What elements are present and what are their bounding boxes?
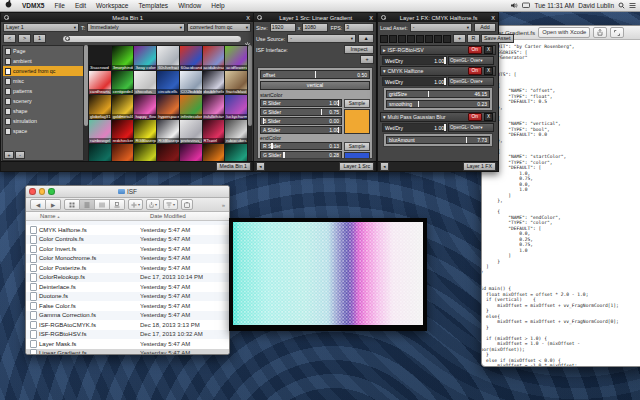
page-back-button[interactable]: < — [3, 34, 16, 43]
fx-remove-button[interactable]: X — [484, 67, 493, 75]
fps-field[interactable]: 3 — [344, 23, 374, 32]
menu-item-templates[interactable]: Templates — [134, 0, 174, 11]
media-thumbnail[interactable]: 3way colors — [134, 46, 156, 70]
file-row[interactable]: ISF-RGBtoHSV.fsDec 17, 2013 10:32 AM — [26, 330, 229, 340]
end-color-swatch[interactable] — [344, 152, 370, 159]
slider-handle[interactable] — [444, 78, 445, 85]
media-thumbnail[interactable]: protovirus_a — [180, 120, 202, 144]
name-column-header[interactable]: Name▴ — [26, 213, 150, 219]
end-sample-button[interactable]: Sample — [344, 142, 370, 151]
fx-header-CMYK-Halftone[interactable]: ▾CMYK HalftoneOnX — [380, 66, 496, 76]
media-thumbnail[interactable]: TRON2show — [225, 144, 247, 161]
menu-item-help[interactable]: Help — [206, 0, 229, 11]
column-view-button[interactable] — [95, 199, 110, 210]
notification-center-icon[interactable] — [629, 2, 636, 10]
media-thumbnail[interactable]: 3morphindots — [112, 46, 134, 70]
spotlight-icon[interactable] — [618, 2, 625, 10]
media-thumbnail[interactable]: RGBlaserpong2 — [157, 120, 179, 144]
asset-slot[interactable] — [443, 35, 451, 43]
width-field[interactable]: 1920 — [270, 23, 296, 32]
slider-handle[interactable] — [444, 124, 445, 131]
wetdry-slider[interactable]: Wet/Dry1.00 — [382, 56, 447, 65]
sidebar-item-patterns[interactable]: patterns — [3, 86, 83, 96]
file-row[interactable]: Duotone.fsYesterday 5:47 AM — [26, 292, 229, 302]
media-thumbnail[interactable]: spectrummind — [134, 144, 156, 161]
file-row[interactable]: Color Monochrome.fsYesterday 5:47 AM — [26, 254, 229, 264]
display-icon[interactable] — [522, 2, 530, 10]
file-row[interactable]: Layer Mask.fsYesterday 5:47 AM — [26, 339, 229, 349]
blend-mode-popup[interactable]: OpenGL- Over▾ — [448, 123, 494, 132]
save-asset-button[interactable]: Save Asset — [481, 34, 514, 43]
add-page-button[interactable]: + — [4, 151, 14, 159]
offset-slider[interactable]: offset0.50 — [260, 70, 370, 79]
layer-fx-titlebar[interactable]: Layer 1 FX: CMYK Halftone.fs X — [378, 13, 498, 22]
arrange-button[interactable]: ▾ — [163, 199, 178, 210]
slider-handle[interactable] — [283, 152, 284, 158]
close-icon[interactable]: X — [491, 15, 495, 21]
menu-clock[interactable]: Tue 11:31 AM — [534, 2, 574, 9]
slider-handle[interactable] — [428, 91, 429, 97]
start-b-slider[interactable]: B Slider0.00 — [260, 117, 342, 125]
blurAmount-slider[interactable]: blurAmount7.73 — [386, 136, 490, 144]
file-row[interactable]: CMYK Halftone.fsYesterday 5:47 AM — [26, 225, 229, 235]
grid-scrollbar[interactable] — [248, 45, 252, 161]
add-asset-button[interactable]: Add — [474, 23, 496, 32]
start-a-slider[interactable]: A Slider1.00 — [260, 126, 342, 134]
file-row[interactable]: ISF-RGBAtoCMYK.fsDec 18, 2013 3:13 PM — [26, 320, 229, 330]
media-thumbnail[interactable]: hyperspace — [157, 95, 179, 119]
wetdry-slider[interactable]: Wet/Dry1.00 — [382, 123, 447, 132]
tab-scroll-left-button[interactable]: ◂ — [380, 162, 389, 171]
share-button[interactable] — [593, 27, 607, 38]
media-bin-tab[interactable]: Media Bin 1 — [216, 162, 251, 171]
media-thumbnail[interactable]: infinitecolors — [180, 95, 202, 119]
media-thumbnail[interactable]: 60slivefract — [157, 46, 179, 70]
media-thumbnail[interactable]: itsfullofstars — [203, 95, 225, 119]
sidebar-item-space[interactable]: space — [3, 126, 83, 136]
asset-slot[interactable] — [407, 35, 415, 43]
edit-button[interactable] — [181, 199, 193, 210]
page-forward-button[interactable]: > — [18, 34, 31, 43]
fullscreen-button[interactable] — [610, 27, 624, 38]
asset-slot[interactable] — [425, 35, 433, 43]
media-thumbnail[interactable]: acidflowers — [225, 46, 247, 70]
icon-view-button[interactable] — [64, 199, 80, 210]
media-thumbnail[interactable]: fractalblast — [225, 71, 247, 95]
file-row[interactable]: Linear Gradient.fsYesterday 5:47 AM — [26, 349, 229, 355]
layer-fx-tab[interactable]: Layer 1 FX — [463, 162, 496, 171]
media-thumbnail[interactable]: centipede44 — [112, 71, 134, 95]
inspect-button[interactable]: Inspect — [344, 45, 374, 54]
fx-header-ISF-RGBtoHSV[interactable]: ▸ISF-RGBtoHSVOnX — [380, 45, 496, 55]
close-icon[interactable]: X — [369, 15, 373, 21]
smoothing-slider[interactable]: smoothing0.23 — [386, 100, 490, 108]
toolbar-overflow-chevron[interactable]: » — [222, 202, 225, 208]
slider-handle[interactable] — [466, 137, 467, 143]
menu-item-window[interactable]: Window — [173, 0, 206, 11]
menu-user[interactable]: David Lublin — [578, 2, 614, 9]
menu-item-file[interactable]: File — [49, 0, 69, 11]
start-g-slider[interactable]: G Slider0.75 — [260, 108, 342, 116]
remove-page-button[interactable]: - — [15, 151, 25, 159]
media-thumbnail[interactable]: redcheckers — [112, 120, 134, 144]
menu-item-vdmx5[interactable]: VDMX5 — [17, 0, 49, 11]
asset-slot[interactable] — [380, 35, 388, 43]
layer-src-titlebar[interactable]: Layer 1 Src: Linear Gradient X — [254, 13, 376, 22]
disclosure-triangle-icon[interactable]: ▾ — [383, 68, 386, 74]
fx-on-button[interactable]: On — [468, 67, 482, 75]
date-column-header[interactable]: Date Modified — [150, 213, 186, 219]
media-thumbnail[interactable]: chocolus — [134, 71, 156, 95]
height-field[interactable]: 1080 — [302, 23, 328, 32]
sidebar-item-simulation[interactable]: simulation — [3, 116, 83, 126]
media-thumbnail[interactable]: solarcore — [112, 144, 134, 161]
gear-icon[interactable] — [244, 35, 251, 42]
media-thumbnail[interactable]: CO2bubbles — [180, 71, 202, 95]
file-row[interactable]: Color Invert.fsYesterday 5:47 AM — [26, 244, 229, 254]
menu-item-workspace[interactable]: Workspace — [91, 0, 133, 11]
fx-remove-button[interactable]: X — [484, 46, 493, 54]
file-row[interactable]: False Color.fsYesterday 5:47 AM — [26, 301, 229, 311]
layer-select-popup[interactable]: Layer 1▾ — [3, 23, 79, 32]
media-thumbnail[interactable]: scencelight — [89, 144, 111, 161]
slider-handle[interactable] — [321, 109, 322, 115]
media-thumbnail[interactable]: RTswirl — [203, 120, 225, 144]
slider-handle[interactable] — [418, 101, 419, 107]
tab-scroll-left-button[interactable]: ◂ — [256, 162, 265, 171]
